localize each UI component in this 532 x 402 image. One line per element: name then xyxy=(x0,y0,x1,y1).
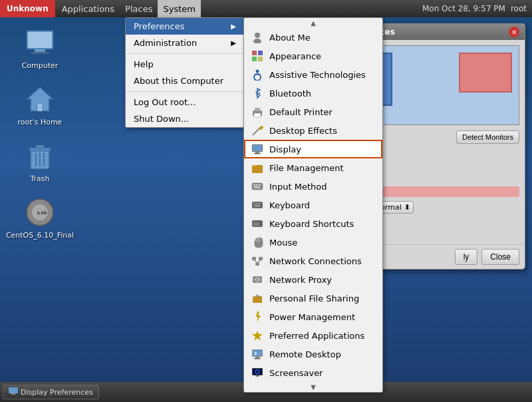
svg-rect-20 xyxy=(252,51,257,55)
network-connections-label: Network Connections xyxy=(269,256,362,266)
top-panel: Unknown Applications Places System Mon O… xyxy=(0,0,532,17)
screensaver-label: Screensaver xyxy=(269,368,323,378)
svg-rect-33 xyxy=(253,145,262,151)
input-method-label: Input Method xyxy=(269,182,327,192)
scroll-down-indicator[interactable]: ▼ xyxy=(244,382,382,392)
bluetooth-label: Bluetooth xyxy=(269,89,311,99)
taskbar-label: Display Preferences xyxy=(21,388,93,397)
svg-point-19 xyxy=(253,39,261,43)
about-me-icon xyxy=(251,31,264,44)
preferred-apps-icon xyxy=(251,329,264,342)
pref-input-method[interactable]: Input Method xyxy=(244,177,382,196)
svg-rect-39 xyxy=(253,184,255,186)
svg-rect-29 xyxy=(254,113,261,117)
dvd-label: CentOS_6.10_Final xyxy=(6,231,74,240)
svg-rect-70 xyxy=(255,375,259,377)
pref-bluetooth[interactable]: Bluetooth xyxy=(244,84,382,102)
pref-preferred-apps[interactable]: Preferred Applications xyxy=(244,326,382,345)
default-printer-label: Default Printer xyxy=(269,107,332,117)
file-mgmt-label: File Management xyxy=(269,163,344,173)
pref-appearance[interactable]: Appearance xyxy=(244,47,382,65)
svg-rect-37 xyxy=(252,166,263,173)
svg-rect-28 xyxy=(255,108,260,111)
menu-item-administration[interactable]: Administration ▶ xyxy=(126,35,244,51)
panel-left: Unknown Applications Places System xyxy=(0,0,422,17)
unknown-badge: Unknown xyxy=(0,0,55,17)
assistive-icon xyxy=(251,68,264,81)
svg-rect-2 xyxy=(35,49,45,52)
pref-about-me[interactable]: About Me xyxy=(244,28,382,47)
personal-sharing-label: Personal File Sharing xyxy=(269,294,359,303)
svg-rect-71 xyxy=(9,387,18,393)
svg-rect-9 xyxy=(36,145,44,148)
svg-marker-62 xyxy=(252,331,263,341)
svg-text:DVD: DVD xyxy=(37,210,47,215)
svg-point-24 xyxy=(256,70,259,73)
menu-item-logout[interactable]: Log Out root... xyxy=(126,94,244,110)
network-proxy-icon xyxy=(251,273,264,286)
svg-rect-23 xyxy=(258,57,263,61)
printer-icon xyxy=(251,105,264,118)
desktop-icon-dvd[interactable]: DVD CentOS_6.10_Final xyxy=(13,196,66,240)
menu-item-about[interactable]: About this Computer xyxy=(126,73,244,89)
bluetooth-icon xyxy=(251,87,264,100)
pref-file-mgmt[interactable]: File Management xyxy=(244,158,382,177)
display-icon xyxy=(251,142,264,156)
display-prefs-icon xyxy=(9,387,18,397)
svg-rect-47 xyxy=(259,203,261,204)
desktop-icon-computer[interactable]: Computer xyxy=(13,27,66,70)
svg-rect-53 xyxy=(252,257,256,260)
pref-network-connections[interactable]: Network Connections xyxy=(244,252,382,270)
svg-line-56 xyxy=(254,260,257,263)
svg-rect-48 xyxy=(254,206,260,207)
svg-rect-46 xyxy=(257,203,259,204)
network-connections-icon xyxy=(251,254,264,268)
svg-rect-66 xyxy=(254,358,261,359)
detect-monitors-button[interactable]: Detect Monitors xyxy=(456,130,519,144)
close-button[interactable]: Close xyxy=(481,249,519,265)
menu-places[interactable]: Places xyxy=(120,0,158,17)
menu-system[interactable]: System xyxy=(158,0,200,17)
pref-keyboard[interactable]: Keyboard xyxy=(244,196,382,214)
menu-item-preferences[interactable]: Preferences ▶ xyxy=(126,18,244,35)
desktop-icon-trash[interactable]: Trash xyxy=(13,140,66,183)
preferences-arrow: ▶ xyxy=(231,23,236,30)
pref-network-proxy[interactable]: Network Proxy xyxy=(244,270,382,289)
apply-button[interactable]: ly xyxy=(455,249,478,265)
svg-rect-43 xyxy=(252,202,263,208)
display-label: Display xyxy=(269,144,301,154)
resolution-bar xyxy=(374,186,519,197)
svg-rect-31 xyxy=(259,125,263,130)
assistive-label: Assistive Technologies xyxy=(269,70,366,80)
mouse-label: Mouse xyxy=(269,238,297,248)
pref-desktop-effects[interactable]: Desktop Effects xyxy=(244,121,382,140)
preferences-label: Preferences xyxy=(134,21,184,31)
computer-label: Computer xyxy=(22,61,59,70)
scroll-up-indicator[interactable]: ▲ xyxy=(244,18,382,28)
pref-remote-desktop[interactable]: Remote Desktop xyxy=(244,345,382,363)
pref-assistive[interactable]: Assistive Technologies xyxy=(244,65,382,84)
taskbar-display-prefs[interactable]: Display Preferences xyxy=(3,385,99,399)
desktop-icon-home[interactable]: root's Home xyxy=(13,83,66,126)
dialog-close-button[interactable]: ✕ xyxy=(509,27,519,37)
pref-power-management[interactable]: Power Management xyxy=(244,307,382,326)
menu-applications[interactable]: Applications xyxy=(57,0,120,17)
pref-screensaver[interactable]: Screensaver xyxy=(244,363,382,382)
appearance-icon xyxy=(251,49,264,63)
desktop-icons: Computer root's Home Trash xyxy=(13,27,66,240)
trash-icon xyxy=(24,140,56,172)
svg-rect-6 xyxy=(37,103,43,111)
pref-mouse[interactable]: Mouse xyxy=(244,233,382,252)
about-label: About this Computer xyxy=(134,76,223,86)
svg-rect-45 xyxy=(255,203,257,204)
help-label: Help xyxy=(134,59,154,69)
menu-item-help[interactable]: Help xyxy=(126,56,244,73)
refresh-dropdown-icon: ⬍ xyxy=(404,203,410,212)
svg-rect-72 xyxy=(11,393,15,395)
svg-rect-3 xyxy=(31,52,49,54)
menu-item-shutdown[interactable]: Shut Down... xyxy=(126,110,244,127)
pref-personal-sharing[interactable]: Personal File Sharing xyxy=(244,289,382,307)
pref-keyboard-shortcuts[interactable]: ⌨ Keyboard Shortcuts xyxy=(244,214,382,233)
pref-default-printer[interactable]: Default Printer xyxy=(244,102,382,121)
pref-display[interactable]: Display xyxy=(244,140,382,158)
